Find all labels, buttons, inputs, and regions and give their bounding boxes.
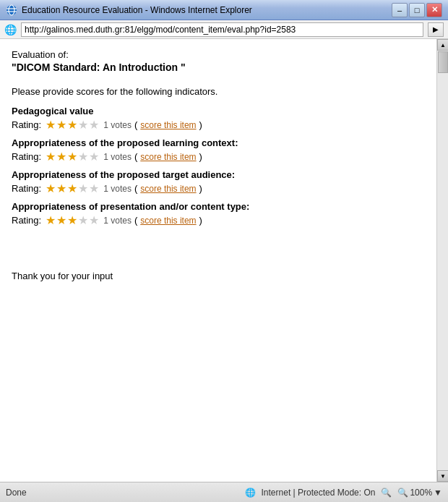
main-content: Evaluation of: "DICOM Standard: An Intro…	[0, 39, 436, 482]
star-1-3: ★	[67, 150, 77, 163]
search-icon: 🔍	[381, 488, 392, 498]
star-2-3: ★	[67, 182, 77, 195]
indicator-label-0: Pedagogical value	[12, 106, 425, 116]
star-2-4: ★	[78, 182, 88, 195]
zoom-dropdown-icon[interactable]: ▼	[434, 488, 442, 498]
status-text: Done	[6, 488, 238, 498]
indicator-label-3: Appropriateness of presentation and/or c…	[12, 201, 425, 212]
statusbar: Done 🌐 Internet | Protected Mode: On 🔍 🔍…	[0, 482, 448, 502]
indicators-list: Pedagogical value Rating: ★ ★ ★ ★ ★ 1 vo…	[12, 106, 425, 227]
indicator-label-1: Appropriateness of the proposed learning…	[12, 137, 425, 148]
rating-label-2: Rating:	[12, 183, 41, 194]
star-2-2: ★	[56, 182, 66, 195]
star-2-1: ★	[46, 182, 56, 195]
votes-0: 1 votes	[103, 120, 132, 130]
star-0-1: ★	[46, 118, 56, 132]
stars-1: ★ ★ ★ ★ ★	[46, 150, 99, 163]
scrollbar[interactable]: ▲ ▼	[436, 39, 448, 482]
rating-label-1: Rating:	[12, 151, 41, 162]
score-link-0[interactable]: score this item	[140, 120, 196, 130]
scrollbar-thumb[interactable]	[438, 51, 448, 73]
zoom-label: 🔍	[397, 488, 408, 498]
window-controls: – □ ✕	[392, 3, 442, 17]
indicator-label-2: Appropriateness of the proposed target a…	[12, 169, 425, 180]
minimize-button[interactable]: –	[392, 3, 408, 17]
rating-row-1: Rating: ★ ★ ★ ★ ★ 1 votes ( score this i…	[12, 150, 425, 163]
votes-1: 1 votes	[103, 152, 132, 162]
score-link-3[interactable]: score this item	[140, 216, 196, 226]
zone-text: Internet | Protected Mode: On	[262, 488, 376, 498]
paren-close-3: )	[199, 215, 202, 226]
star-1-2: ★	[56, 150, 66, 163]
votes-3: 1 votes	[103, 216, 132, 226]
star-0-2: ★	[56, 118, 66, 132]
paren-open-0: (	[134, 119, 137, 130]
globe-icon: 🌐	[245, 488, 256, 498]
zoom-control[interactable]: 🔍 100% ▼	[397, 488, 442, 498]
paren-open-1: (	[134, 151, 137, 162]
instructions-text: Please provide scores for the following …	[12, 86, 425, 97]
svg-point-0	[7, 5, 17, 15]
stars-3: ★ ★ ★ ★ ★	[46, 213, 99, 227]
paren-open-2: (	[134, 183, 137, 194]
star-1-5: ★	[89, 150, 99, 163]
star-2-5: ★	[89, 182, 99, 195]
eval-of-label: Evaluation of:	[12, 49, 425, 60]
scroll-up-button[interactable]: ▲	[437, 39, 448, 51]
maximize-button[interactable]: □	[409, 3, 425, 17]
star-3-2: ★	[56, 213, 66, 227]
ie-icon	[6, 4, 17, 16]
scrollbar-track[interactable]	[437, 51, 448, 470]
stars-0: ★ ★ ★ ★ ★	[46, 118, 99, 132]
star-0-5: ★	[89, 118, 99, 132]
scroll-down-button[interactable]: ▼	[437, 470, 448, 482]
star-0-4: ★	[78, 118, 88, 132]
rating-row-3: Rating: ★ ★ ★ ★ ★ 1 votes ( score this i…	[12, 213, 425, 227]
star-3-5: ★	[89, 213, 99, 227]
address-input[interactable]	[21, 22, 423, 37]
star-3-4: ★	[78, 213, 88, 227]
stars-2: ★ ★ ★ ★ ★	[46, 182, 99, 195]
go-button[interactable]: ▶	[428, 22, 444, 37]
star-3-1: ★	[46, 213, 56, 227]
star-3-3: ★	[67, 213, 77, 227]
star-1-1: ★	[46, 150, 56, 163]
window-title: Education Resource Evaluation - Windows …	[22, 5, 392, 15]
page-icon: 🌐	[4, 24, 17, 35]
rating-row-2: Rating: ★ ★ ★ ★ ★ 1 votes ( score this i…	[12, 182, 425, 195]
eval-title: "DICOM Standard: An Introduction "	[12, 61, 425, 73]
statusbar-icons: 🌐 Internet | Protected Mode: On 🔍 🔍 100%…	[245, 488, 442, 498]
star-0-3: ★	[67, 118, 77, 132]
star-1-4: ★	[78, 150, 88, 163]
zoom-value: 100%	[410, 488, 432, 498]
content-wrapper: Evaluation of: "DICOM Standard: An Intro…	[0, 39, 448, 482]
rating-label-0: Rating:	[12, 119, 41, 130]
rating-row-0: Rating: ★ ★ ★ ★ ★ 1 votes ( score this i…	[12, 118, 425, 132]
rating-label-3: Rating:	[12, 215, 41, 226]
paren-close-0: )	[199, 119, 202, 130]
addressbar: 🌐 ▶	[0, 20, 448, 39]
paren-close-2: )	[199, 183, 202, 194]
titlebar: Education Resource Evaluation - Windows …	[0, 0, 448, 20]
paren-open-3: (	[134, 215, 137, 226]
score-link-2[interactable]: score this item	[140, 184, 196, 194]
close-button[interactable]: ✕	[426, 3, 442, 17]
votes-2: 1 votes	[103, 184, 132, 194]
score-link-1[interactable]: score this item	[140, 152, 196, 162]
thank-you-text: Thank you for your input	[12, 271, 425, 281]
paren-close-1: )	[199, 151, 202, 162]
